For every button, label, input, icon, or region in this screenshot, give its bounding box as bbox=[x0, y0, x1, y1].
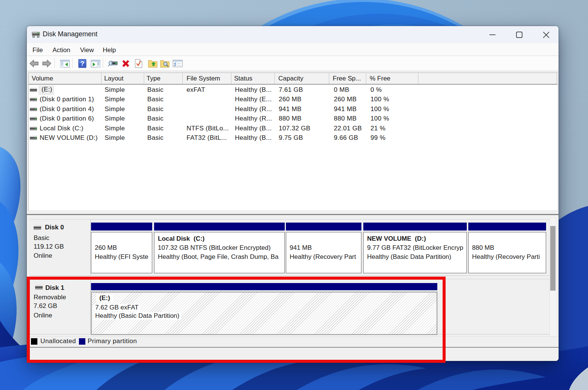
svg-text:?: ? bbox=[80, 60, 84, 67]
